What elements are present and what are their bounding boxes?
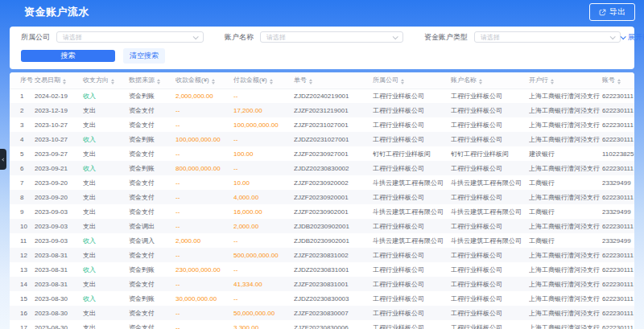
sort-carets-icon[interactable] xyxy=(157,79,160,84)
cell-direction: 支出 xyxy=(83,204,129,219)
table-row: 112023-09-03收入资金调入2,000.00--ZJDB20230902… xyxy=(10,233,634,248)
cell-order_no: ZJZF20230831002 xyxy=(294,248,373,262)
sort-carets-icon[interactable] xyxy=(111,79,114,84)
cell-receive: -- xyxy=(175,190,233,204)
cell-direction: 收入 xyxy=(83,291,129,306)
column-header-date[interactable]: 交易日期 xyxy=(35,72,83,88)
cell-date: 2023-08-30 xyxy=(35,291,83,306)
cell-company: 工程行业样板公司 xyxy=(373,161,451,175)
cell-direction: 支出 xyxy=(83,219,129,233)
cell-account_no: 622230111 xyxy=(602,190,634,204)
cell-company: 工程行业样板公司 xyxy=(373,132,451,146)
cell-source: 资金调出 xyxy=(129,219,175,233)
cell-date: 2023-08-31 xyxy=(35,262,83,277)
cell-direction: 收入 xyxy=(83,88,129,103)
cell-source: 资金到账 xyxy=(129,161,175,175)
cell-bank: 上海工商银行漕河泾支行 xyxy=(529,117,602,132)
cell-direction: 支出 xyxy=(83,277,129,291)
expand-filters-link[interactable]: 展开筛选 xyxy=(621,32,644,43)
cell-index: 16 xyxy=(10,306,35,320)
search-button[interactable]: 搜索 xyxy=(21,50,115,62)
sort-carets-icon[interactable] xyxy=(309,79,312,84)
sort-carets-icon[interactable] xyxy=(551,79,554,84)
sort-carets-icon[interactable] xyxy=(270,79,273,84)
drawer-toggle[interactable] xyxy=(0,149,6,170)
cell-company: 工程行业样板公司 xyxy=(373,320,451,329)
cell-account: 斗拱云建筑工程有限公司 xyxy=(451,204,529,219)
cell-index: 13 xyxy=(10,262,35,277)
column-header-order_no[interactable]: 单号 xyxy=(294,72,373,88)
cell-order_no: ZJZF20230902001 xyxy=(294,204,373,219)
cell-direction: 支出 xyxy=(83,175,129,190)
account-type-select[interactable]: 请选择 xyxy=(474,31,621,43)
account-name-select[interactable]: 请选择 xyxy=(260,31,403,43)
cell-index: 4 xyxy=(10,132,35,146)
cell-company: 工程行业样板公司 xyxy=(373,190,451,204)
column-label: 开户行 xyxy=(529,76,548,84)
cell-company: 斗拱云建筑工程有限公司 xyxy=(373,204,451,219)
export-button[interactable]: 导出 xyxy=(589,3,635,21)
cell-account: 工程行业样板公司 xyxy=(451,248,529,262)
cell-company: 工程行业样板公司 xyxy=(373,117,451,132)
cell-order_no: ZJDZ20231027001 xyxy=(294,132,373,146)
cell-receive: -- xyxy=(175,146,233,161)
cell-account: 工程行业样板公司 xyxy=(451,306,529,320)
account-name-filter-label: 账户名称 xyxy=(225,32,254,43)
clear-search-button[interactable]: 清空搜索 xyxy=(123,48,165,64)
cell-order_no: ZJDZ20230830002 xyxy=(294,161,373,175)
cell-source: 资金支付 xyxy=(129,190,175,204)
cell-index: 1 xyxy=(10,88,35,103)
column-header-bank[interactable]: 开户行 xyxy=(529,72,602,88)
cell-order_no: ZJDB20230902001 xyxy=(294,233,373,248)
column-header-source[interactable]: 数据来源 xyxy=(129,72,175,88)
sort-carets-icon[interactable] xyxy=(401,79,404,84)
cell-source: 资金支付 xyxy=(129,146,175,161)
account-name-select-placeholder: 请选择 xyxy=(266,33,286,42)
cell-company: 工程行业样板公司 xyxy=(373,277,451,291)
cell-account_no: 622230111 xyxy=(602,132,634,146)
column-header-receive[interactable]: 收款金额(¥) xyxy=(175,72,233,88)
column-header-account[interactable]: 账户名称 xyxy=(451,72,529,88)
cell-source: 资金到账 xyxy=(129,132,175,146)
chevron-down-icon xyxy=(193,34,199,39)
cell-date: 2023-12-19 xyxy=(35,103,83,117)
sort-carets-icon[interactable] xyxy=(617,79,621,84)
cell-account: 工程行业样板公司 xyxy=(451,320,529,329)
cell-date: 2023-10-27 xyxy=(35,117,83,132)
cell-pay: 2,000.00 xyxy=(233,219,294,233)
cell-receive: 2,000.00 xyxy=(175,233,233,248)
cell-account: 工程行业样板公司 xyxy=(451,103,529,117)
cell-bank: 建设银行 xyxy=(529,146,602,161)
cell-order_no: ZJZF20230830006 xyxy=(294,320,373,329)
table-row: 72023-09-20支出资金支付--10.00ZJZF20230920002斗… xyxy=(10,175,634,190)
table-row: 152023-08-30收入资金到账30,000,000.00--ZJDZ202… xyxy=(10,291,634,306)
filter-panel: 所属公司 请选择 账户名称 请选择 资金账户类型 请选择 展开筛选 搜索 xyxy=(10,27,634,69)
company-filter-label: 所属公司 xyxy=(21,32,50,43)
cell-index: 6 xyxy=(10,161,35,175)
cell-index: 7 xyxy=(10,175,35,190)
column-header-company[interactable]: 所属公司 xyxy=(373,72,451,88)
cell-pay: 4,000.00 xyxy=(233,190,294,204)
column-header-pay[interactable]: 付款金额(¥) xyxy=(233,72,294,88)
cell-bank: 工商银行 xyxy=(529,204,602,219)
table-row: 172023-08-30支出资金支付--3,300.00ZJZF20230830… xyxy=(10,320,634,329)
cell-source: 资金支付 xyxy=(129,277,175,291)
cell-pay: -- xyxy=(233,132,294,146)
table-header-row: 序号交易日期收支方向数据来源收款金额(¥)付款金额(¥)单号所属公司账户名称开户… xyxy=(10,72,634,88)
company-select[interactable]: 请选择 xyxy=(56,31,204,43)
cell-pay: 50,000,000.00 xyxy=(233,306,294,320)
account-type-filter-label: 资金账户类型 xyxy=(424,32,468,43)
sort-carets-icon[interactable] xyxy=(63,79,66,84)
sort-carets-icon[interactable] xyxy=(212,79,215,84)
cell-account_no: 23329499 xyxy=(602,175,634,190)
column-header-account_no[interactable]: 账号 xyxy=(602,72,634,88)
column-header-direction[interactable]: 收支方向 xyxy=(83,72,129,88)
cell-direction: 支出 xyxy=(83,190,129,204)
chevron-down-icon xyxy=(621,34,626,39)
filter-company: 所属公司 请选择 xyxy=(21,31,204,43)
cell-receive: -- xyxy=(175,277,233,291)
cell-account_no: 622230111 xyxy=(602,161,634,175)
cell-receive: -- xyxy=(175,117,233,132)
sort-carets-icon[interactable] xyxy=(479,79,482,84)
cell-account: 工程行业样板公司 xyxy=(451,277,529,291)
